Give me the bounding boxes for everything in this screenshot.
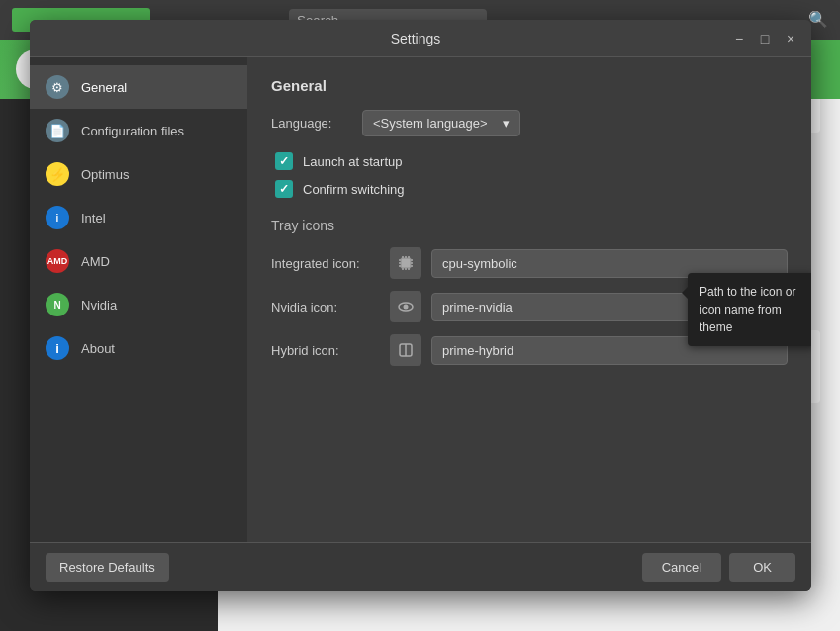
sidebar-label-nvidia: Nvidia [81,298,117,313]
hybrid-icon-label: Hybrid icon: [271,343,380,358]
chevron-down-icon: ▾ [503,116,510,131]
dialog-overlay: Settings − □ × ⚙ General 📄 Configuration… [15,0,826,608]
ok-button[interactable]: OK [729,553,795,582]
sidebar: ⚙ General 📄 Configuration files ⚡ Optimu… [30,57,247,542]
language-row: Language: <System language> ▾ [271,110,788,136]
close-button[interactable]: × [782,30,799,47]
launch-at-startup-label: Launch at startup [303,154,402,169]
file-icon: 📄 [46,119,69,142]
sidebar-item-about[interactable]: i About [30,326,247,370]
svg-point-14 [404,305,409,310]
sidebar-item-general[interactable]: ⚙ General [30,65,247,109]
sidebar-item-intel[interactable]: i Intel [30,196,247,239]
gear-icon: ⚙ [46,75,69,99]
integrated-icon-preview [390,247,421,279]
eye-icon [397,298,415,316]
hybrid-icon [397,341,415,359]
amd-icon: AMD [46,249,69,273]
intel-icon: i [46,206,69,229]
sidebar-label-about: About [81,341,115,356]
cpu-icon [397,254,415,272]
maximize-button[interactable]: □ [756,30,774,47]
restore-defaults-button[interactable]: Restore Defaults [46,553,169,582]
language-value: <System language> [373,116,488,131]
tooltip: Path to the icon or icon name from theme [688,273,811,346]
sidebar-label-config: Configuration files [81,124,184,138]
dialog-title: Settings [101,31,730,46]
optimus-icon: ⚡ [46,162,69,186]
main-content: General Language: <System language> ▾ La… [247,57,811,542]
sidebar-item-nvidia[interactable]: N Nvidia [30,283,247,326]
info-icon: i [46,336,69,360]
confirm-switching-checkbox[interactable] [275,180,293,198]
sidebar-item-optimus[interactable]: ⚡ Optimus [30,152,247,196]
sidebar-label-intel: Intel [81,211,106,225]
tooltip-text: Path to the icon or icon name from theme [700,285,795,334]
launch-at-startup-checkbox[interactable] [275,152,293,170]
nvidia-icon-preview [390,291,421,322]
footer-actions: Cancel OK [642,553,795,582]
launch-at-startup-row: Launch at startup [271,152,788,170]
dialog-footer: Restore Defaults Cancel OK [30,542,811,591]
language-select[interactable]: <System language> ▾ [362,110,520,136]
sidebar-item-configuration-files[interactable]: 📄 Configuration files [30,109,247,152]
confirm-switching-label: Confirm switching [303,182,405,197]
tray-icons-title: Tray icons [271,218,788,233]
cancel-button[interactable]: Cancel [642,553,721,582]
title-bar: Settings − □ × [30,20,811,57]
hybrid-icon-preview [390,334,421,366]
svg-rect-0 [401,258,411,268]
title-controls: − □ × [730,30,799,47]
nvidia-icon-label: Nvidia icon: [271,300,380,315]
integrated-icon-label: Integrated icon: [271,256,380,271]
sidebar-item-amd[interactable]: AMD AMD [30,239,247,283]
nvidia-icon: N [46,293,69,316]
sidebar-label-amd: AMD [81,254,110,269]
dialog-body: ⚙ General 📄 Configuration files ⚡ Optimu… [30,57,811,542]
section-title-general: General [271,77,788,94]
sidebar-label-general: General [81,80,127,95]
confirm-switching-row: Confirm switching [271,180,788,198]
sidebar-label-optimus: Optimus [81,167,129,182]
settings-dialog: Settings − □ × ⚙ General 📄 Configuration… [30,20,811,591]
minimize-button[interactable]: − [730,30,748,47]
language-label: Language: [271,116,350,131]
